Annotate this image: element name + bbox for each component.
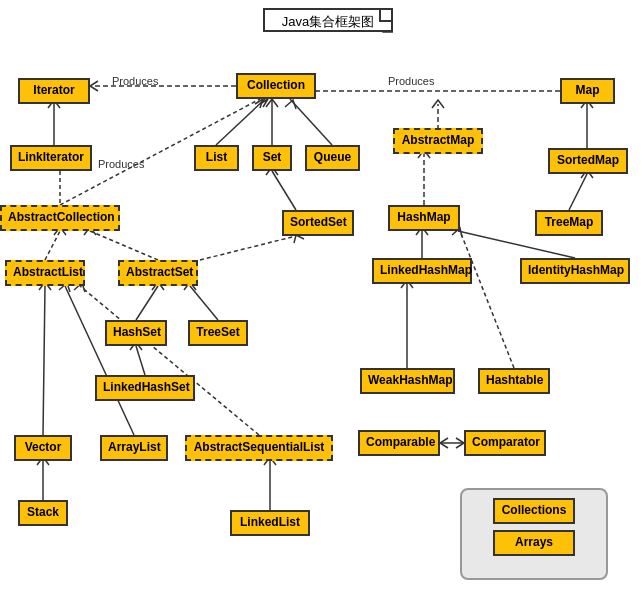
comparable-label: Comparable — [366, 435, 435, 449]
hashtable-box: Hashtable — [478, 368, 550, 394]
treemap-label: TreeMap — [545, 215, 594, 229]
svg-line-17 — [200, 236, 296, 260]
abstractmap-label: AbstractMap — [402, 133, 475, 147]
hashmap-box: HashMap — [388, 205, 460, 231]
svg-line-23 — [65, 286, 134, 435]
svg-line-12 — [569, 174, 587, 210]
abstractlist-label: AbstractList — [13, 265, 83, 279]
title-box: Java集合框架图 — [263, 8, 393, 32]
arrays-box: Arrays — [493, 530, 575, 556]
treemap-box: TreeMap — [535, 210, 603, 236]
set-label: Set — [263, 150, 282, 164]
weakhashmap-box: WeakHashMap — [360, 368, 455, 394]
svg-line-22 — [43, 286, 45, 435]
sortedmap-box: SortedMap — [548, 148, 628, 174]
linkedhashset-label: LinkedHashSet — [103, 380, 190, 394]
treeset-box: TreeSet — [188, 320, 248, 346]
treeset-label: TreeSet — [196, 325, 239, 339]
arraylist-box: ArrayList — [100, 435, 168, 461]
linkedhashmap-box: LinkedHashMap — [372, 258, 472, 284]
collection-box: Collection — [236, 73, 316, 99]
produces-label-2: Produces — [388, 75, 434, 87]
abstractset-box: AbstractSet — [118, 260, 198, 286]
iterator-box: Iterator — [18, 78, 90, 104]
svg-line-28 — [460, 231, 514, 368]
sortedset-label: SortedSet — [290, 215, 347, 229]
title-label: Java集合框架图 — [282, 14, 374, 29]
svg-line-18 — [136, 286, 158, 320]
svg-line-3 — [216, 99, 265, 145]
vector-box: Vector — [14, 435, 72, 461]
list-label: List — [206, 150, 227, 164]
diagram-container: Java集合框架图 Iterator Collection Map Produc… — [0, 0, 643, 611]
svg-line-10 — [272, 171, 296, 210]
svg-line-14 — [90, 231, 158, 260]
queue-box: Queue — [305, 145, 360, 171]
svg-line-24 — [80, 286, 259, 435]
collections-label: Collections — [502, 503, 567, 517]
svg-line-13 — [45, 231, 60, 260]
abstractset-label: AbstractSet — [126, 265, 193, 279]
linkedlist-box: LinkedList — [230, 510, 310, 536]
arrays-label: Arrays — [515, 535, 553, 549]
hashset-label: HashSet — [113, 325, 161, 339]
weakhashmap-label: WeakHashMap — [368, 373, 452, 387]
linkiterator-box: LinkIterator — [10, 145, 92, 171]
svg-line-5 — [290, 99, 332, 145]
queue-label: Queue — [314, 150, 351, 164]
map-box: Map — [560, 78, 615, 104]
iterator-label: Iterator — [33, 83, 74, 97]
set-box: Set — [252, 145, 292, 171]
identityhashmap-label: IdentityHashMap — [528, 263, 624, 277]
abstractsequentiallist-box: AbstractSequentialList — [185, 435, 333, 461]
svg-line-20 — [136, 346, 145, 375]
sortedmap-label: SortedMap — [557, 153, 619, 167]
map-label: Map — [576, 83, 600, 97]
produces-label-3: Produces — [98, 158, 144, 170]
linkedlist-label: LinkedList — [240, 515, 300, 529]
list-box: List — [194, 145, 239, 171]
hashtable-label: Hashtable — [486, 373, 543, 387]
hashmap-label: HashMap — [397, 210, 450, 224]
abstractcollection-label: AbstractCollection — [8, 210, 115, 224]
abstractlist-box: AbstractList — [5, 260, 85, 286]
collections-box: Collections — [493, 498, 575, 524]
comparator-box: Comparator — [464, 430, 546, 456]
vector-label: Vector — [25, 440, 62, 454]
stack-box: Stack — [18, 500, 68, 526]
stack-label: Stack — [27, 505, 59, 519]
abstractsequentiallist-label: AbstractSequentialList — [194, 440, 325, 454]
hashset-box: HashSet — [105, 320, 167, 346]
produces-label-1: Produces — [112, 75, 158, 87]
comparator-label: Comparator — [472, 435, 540, 449]
linkedhashmap-label: LinkedHashMap — [380, 263, 472, 277]
abstractmap-box: AbstractMap — [393, 128, 483, 154]
svg-line-19 — [190, 286, 218, 320]
identityhashmap-box: IdentityHashMap — [520, 258, 630, 284]
linkiterator-label: LinkIterator — [18, 150, 84, 164]
legend-box: Collections Arrays — [460, 488, 608, 580]
comparable-box: Comparable — [358, 430, 440, 456]
linkedhashset-box: LinkedHashSet — [95, 375, 195, 401]
sortedset-box: SortedSet — [282, 210, 354, 236]
collection-label: Collection — [247, 78, 305, 92]
abstractcollection-box: AbstractCollection — [0, 205, 120, 231]
arraylist-label: ArrayList — [108, 440, 161, 454]
